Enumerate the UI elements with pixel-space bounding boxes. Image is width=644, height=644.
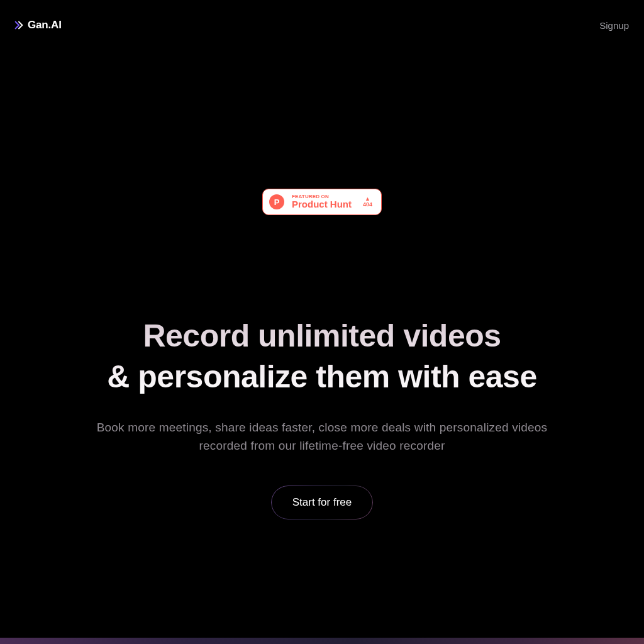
hero-headline: Record unlimited videos & personalize th… [107,316,536,397]
product-hunt-name: Product Hunt [292,199,352,209]
product-hunt-text: FEATURED ON Product Hunt [292,194,352,209]
product-hunt-upvote: ▲ 404 [363,196,372,208]
start-for-free-button[interactable]: Start for free [270,485,374,520]
footer-gradient [0,638,644,644]
hero: P FEATURED ON Product Hunt ▲ 404 Record … [0,189,644,520]
logo-icon [14,20,24,30]
signup-link[interactable]: Signup [599,20,629,31]
product-hunt-count: 404 [363,202,372,208]
product-hunt-icon: P [269,194,284,209]
logo[interactable]: Gan.AI [14,19,62,31]
cta-label: Start for free [292,496,352,509]
site-header: Gan.AI Signup [0,0,644,50]
logo-text: Gan.AI [28,19,62,31]
hero-subhead: Book more meetings, share ideas faster, … [96,419,548,455]
product-hunt-badge[interactable]: P FEATURED ON Product Hunt ▲ 404 [262,189,382,215]
